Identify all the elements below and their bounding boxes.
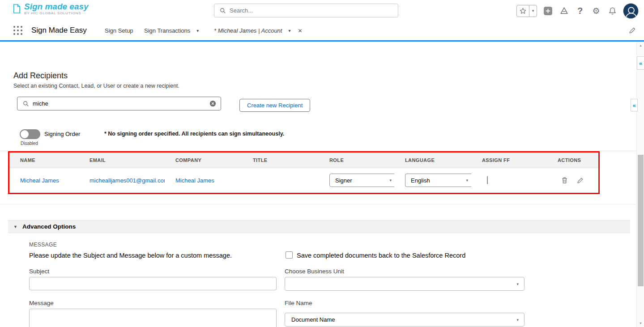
global-actions-icon[interactable] <box>542 5 553 16</box>
scrollbar-thumb[interactable] <box>638 155 644 286</box>
file-name-label: File Name <box>285 300 312 306</box>
col-header-company: COMPANY <box>165 157 242 163</box>
col-header-name: NAME <box>9 157 79 163</box>
app-launcher-icon[interactable] <box>13 26 23 36</box>
scroll-down-arrow[interactable]: ▼ <box>637 319 644 327</box>
collapse-panel-handle[interactable]: « <box>631 99 638 111</box>
col-header-actions: ACTIONS <box>547 157 598 163</box>
language-select-value: English <box>411 177 430 184</box>
col-header-role: ROLE <box>319 157 394 163</box>
logo-text: Sign made easy BY HIC GLOBAL SOLUTIONS <box>24 2 89 15</box>
advanced-options-header[interactable]: ▼ Advanced Options <box>8 220 630 233</box>
close-tab-icon[interactable]: ✕ <box>298 28 303 34</box>
recipient-email-link[interactable]: michealljames001@gmail.com <box>90 177 165 184</box>
language-select[interactable]: English ▾ <box>405 174 471 187</box>
logo-document-icon <box>13 4 21 14</box>
favorites-star-icon[interactable] <box>517 5 529 17</box>
file-name-value: Document Name <box>291 316 335 323</box>
help-icon[interactable]: ? <box>575 5 585 16</box>
recipient-search-box[interactable] <box>17 97 221 110</box>
row-actions <box>547 177 598 184</box>
app-root: Sign made easy BY HIC GLOBAL SOLUTIONS <box>0 0 644 327</box>
section-expand-caret-icon[interactable]: ▼ <box>13 225 17 229</box>
search-icon <box>23 101 29 107</box>
signing-order-toggle[interactable] <box>20 129 40 139</box>
toggle-knob <box>21 130 29 138</box>
signing-order-note: * No signing order specified. All recipi… <box>104 131 284 137</box>
tab-micheal-james-label: * Micheal James | Account <box>214 27 282 34</box>
create-new-recipient-button[interactable]: Create new Recipient <box>239 99 310 112</box>
chevron-down-icon[interactable]: ▾ <box>288 28 290 33</box>
page-title: Add Recipients <box>13 71 68 81</box>
app-logo: Sign made easy BY HIC GLOBAL SOLUTIONS <box>13 2 89 15</box>
chevron-down-icon: ▾ <box>516 282 519 286</box>
col-header-email: EMAIL <box>79 157 165 163</box>
favorites-button[interactable]: ▾ <box>516 5 537 17</box>
signing-order-state: Disabled <box>21 141 38 146</box>
chevron-down-icon: ▾ <box>389 178 392 183</box>
logo-subtitle: BY HIC GLOBAL SOLUTIONS <box>24 11 89 15</box>
header-actions: ▾ ? ⚙ <box>516 3 639 19</box>
tab-sign-transactions-label: Sign Transactions <box>144 27 190 34</box>
subject-label: Subject <box>29 268 49 275</box>
recipient-name-link[interactable]: Micheal James <box>20 177 59 184</box>
clear-search-icon[interactable] <box>209 100 216 107</box>
business-unit-label: Choose Business Unit <box>285 268 344 275</box>
save-documents-checkbox[interactable] <box>286 251 293 259</box>
chevron-down-icon: ▾ <box>516 318 519 322</box>
search-icon <box>220 8 226 14</box>
user-avatar[interactable] <box>623 3 639 19</box>
recipient-company-link[interactable]: Micheal James <box>175 177 214 184</box>
chevron-down-icon[interactable]: ▾ <box>196 28 199 33</box>
role-select[interactable]: Signer ▾ <box>329 174 394 187</box>
col-header-assign-ff: ASSIGN FF <box>471 157 547 163</box>
file-name-select[interactable]: Document Name ▾ <box>285 313 525 327</box>
table-row: Micheal James michealljames001@gmail.com… <box>9 168 598 192</box>
main-content: Add Recipients Select an existing Contac… <box>0 42 637 327</box>
message-section-label: MESSAGE <box>29 242 57 248</box>
favorites-caret-icon[interactable]: ▾ <box>529 5 537 17</box>
col-header-title: TITLE <box>242 157 319 163</box>
global-search-input[interactable] <box>230 7 382 14</box>
divider <box>0 204 637 204</box>
message-label: Message <box>29 300 54 306</box>
subject-input[interactable] <box>29 277 277 290</box>
app-name: Sign Made Easy <box>31 26 87 35</box>
guidance-icon[interactable] <box>559 5 569 16</box>
collapse-panel-handle[interactable]: « <box>637 56 644 70</box>
table-header-row: NAME EMAIL COMPANY TITLE ROLE LANGUAGE A… <box>9 153 598 168</box>
notifications-bell-icon[interactable] <box>607 5 618 16</box>
business-unit-select[interactable]: ▾ <box>285 277 525 291</box>
vertical-scrollbar[interactable]: ▲ ▼ <box>636 42 644 327</box>
global-header: Sign made easy BY HIC GLOBAL SOLUTIONS <box>0 0 644 21</box>
col-header-language: LANGUAGE <box>394 157 471 163</box>
advanced-options-title: Advanced Options <box>22 223 76 230</box>
role-select-value: Signer <box>335 177 352 184</box>
message-hint-text: Please update the Subject and Message be… <box>29 252 232 259</box>
recipient-search-input[interactable] <box>33 100 206 107</box>
global-search[interactable] <box>214 4 398 17</box>
recipients-table-highlight: NAME EMAIL COMPANY TITLE ROLE LANGUAGE A… <box>8 151 600 194</box>
edit-pencil-icon[interactable] <box>577 177 584 184</box>
app-nav: Sign Made Easy Sign Setup Sign Transacti… <box>0 21 644 42</box>
edit-nav-pencil-icon[interactable] <box>629 27 636 34</box>
tab-sign-transactions[interactable]: Sign Transactions ▾ <box>144 27 199 34</box>
save-documents-label: Save completed documents back to the Sal… <box>297 252 465 259</box>
tab-sign-setup-label: Sign Setup <box>105 27 133 34</box>
page-subtitle: Select an existing Contact, Lead, or Use… <box>13 83 179 89</box>
assign-ff-checkbox[interactable] <box>487 176 488 184</box>
scroll-up-arrow[interactable]: ▲ <box>637 42 644 49</box>
signing-order-label: Signing Order <box>44 131 80 137</box>
delete-trash-icon[interactable] <box>561 177 568 184</box>
setup-gear-icon[interactable]: ⚙ <box>591 5 601 16</box>
tab-sign-setup[interactable]: Sign Setup <box>105 27 133 34</box>
message-textarea[interactable] <box>29 309 277 327</box>
chevron-down-icon: ▾ <box>466 178 468 183</box>
tab-micheal-james-account[interactable]: * Micheal James | Account ▾ ✕ <box>214 27 303 34</box>
logo-title: Sign made easy <box>24 2 89 11</box>
